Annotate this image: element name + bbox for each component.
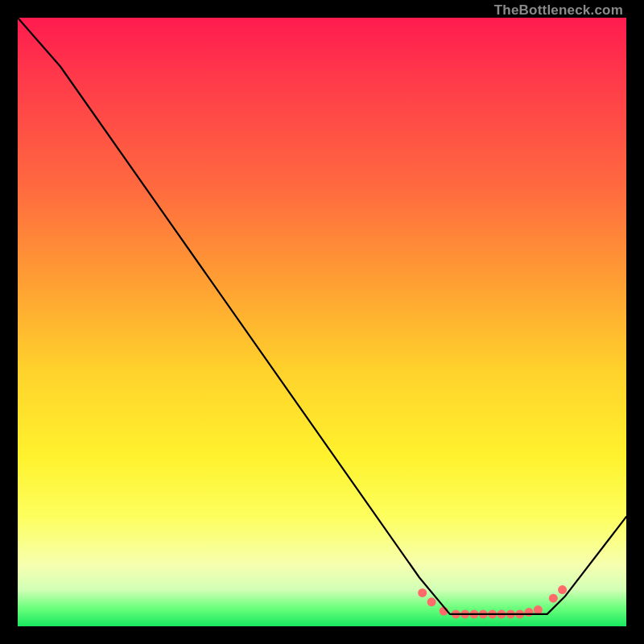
bottleneck-curve bbox=[18, 18, 626, 614]
highlight-dot bbox=[534, 605, 543, 614]
highlight-dot bbox=[549, 594, 558, 603]
chart-svg bbox=[18, 18, 626, 626]
highlight-dot bbox=[558, 585, 567, 594]
highlight-dot bbox=[418, 588, 427, 597]
highlight-dot bbox=[427, 597, 436, 606]
attribution-text: TheBottleneck.com bbox=[494, 2, 623, 19]
highlight-dot bbox=[525, 608, 534, 617]
chart-frame: TheBottleneck.com bbox=[0, 0, 644, 644]
